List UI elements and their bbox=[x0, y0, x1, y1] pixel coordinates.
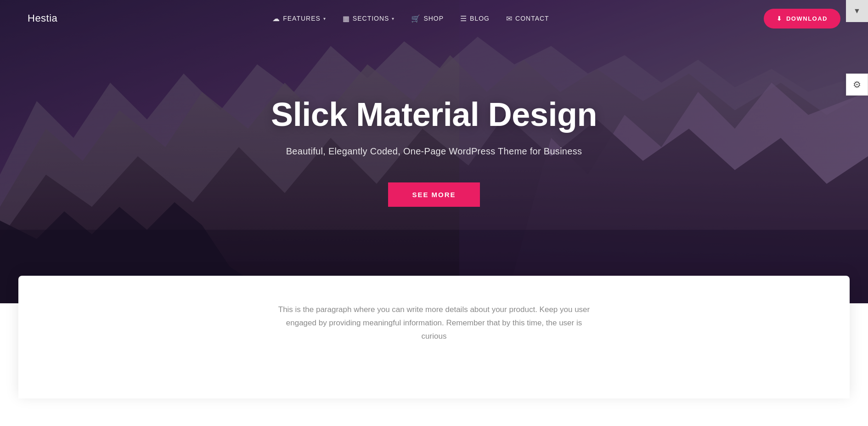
download-icon: ⬇ bbox=[777, 15, 783, 22]
hero-title: Slick Material Design bbox=[271, 97, 597, 133]
nav-link-features[interactable]: ☁ FEATURES ▾ bbox=[272, 14, 326, 23]
bottom-section: This is the paragraph where you can writ… bbox=[18, 276, 850, 398]
features-dropdown-arrow: ▾ bbox=[323, 16, 326, 21]
hero-cta-button[interactable]: SEE MORE bbox=[388, 182, 479, 207]
cloud-icon: ☁ bbox=[272, 14, 280, 23]
chevron-down-icon: ▼ bbox=[853, 7, 861, 15]
nav-label-features: FEATURES bbox=[283, 15, 321, 22]
navbar: Hestia ☁ FEATURES ▾ ▦ SECTIONS ▾ 🛒 SHOP bbox=[0, 0, 868, 37]
nav-item-sections[interactable]: ▦ SECTIONS ▾ bbox=[343, 14, 395, 23]
nav-label-sections: SECTIONS bbox=[353, 15, 389, 22]
nav-links: ☁ FEATURES ▾ ▦ SECTIONS ▾ 🛒 SHOP ☰ BLOG bbox=[272, 14, 549, 23]
shop-icon: 🛒 bbox=[411, 14, 421, 23]
download-button[interactable]: ⬇ DOWNLOAD bbox=[764, 9, 840, 28]
nav-item-contact[interactable]: ✉ CONTACT bbox=[506, 14, 549, 23]
hero-subtitle: Beautiful, Elegantly Coded, One-Page Wor… bbox=[271, 146, 597, 157]
nav-link-contact[interactable]: ✉ CONTACT bbox=[506, 14, 549, 23]
hero-section: Slick Material Design Beautiful, Elegant… bbox=[0, 0, 868, 303]
download-label: DOWNLOAD bbox=[786, 15, 828, 22]
nav-item-blog[interactable]: ☰ BLOG bbox=[460, 14, 490, 23]
contact-icon: ✉ bbox=[506, 14, 513, 23]
hero-content: Slick Material Design Beautiful, Elegant… bbox=[253, 97, 615, 206]
nav-link-shop[interactable]: 🛒 SHOP bbox=[411, 14, 444, 23]
sections-dropdown-arrow: ▾ bbox=[392, 16, 395, 21]
nav-label-blog: BLOG bbox=[470, 15, 490, 22]
nav-label-shop: SHOP bbox=[423, 15, 444, 22]
brand-logo[interactable]: Hestia bbox=[28, 12, 57, 24]
settings-button[interactable]: ⚙ bbox=[846, 74, 868, 96]
nav-item-shop[interactable]: 🛒 SHOP bbox=[411, 14, 444, 23]
gear-icon: ⚙ bbox=[853, 79, 861, 90]
nav-label-contact: CONTACT bbox=[515, 15, 549, 22]
nav-link-sections[interactable]: ▦ SECTIONS ▾ bbox=[343, 14, 395, 23]
collapse-button[interactable]: ▼ bbox=[846, 0, 868, 22]
nav-link-blog[interactable]: ☰ BLOG bbox=[460, 14, 490, 23]
nav-item-features[interactable]: ☁ FEATURES ▾ bbox=[272, 14, 326, 23]
bottom-text: This is the paragraph where you can writ… bbox=[273, 303, 595, 343]
sections-icon: ▦ bbox=[343, 14, 350, 23]
blog-icon: ☰ bbox=[460, 14, 467, 23]
